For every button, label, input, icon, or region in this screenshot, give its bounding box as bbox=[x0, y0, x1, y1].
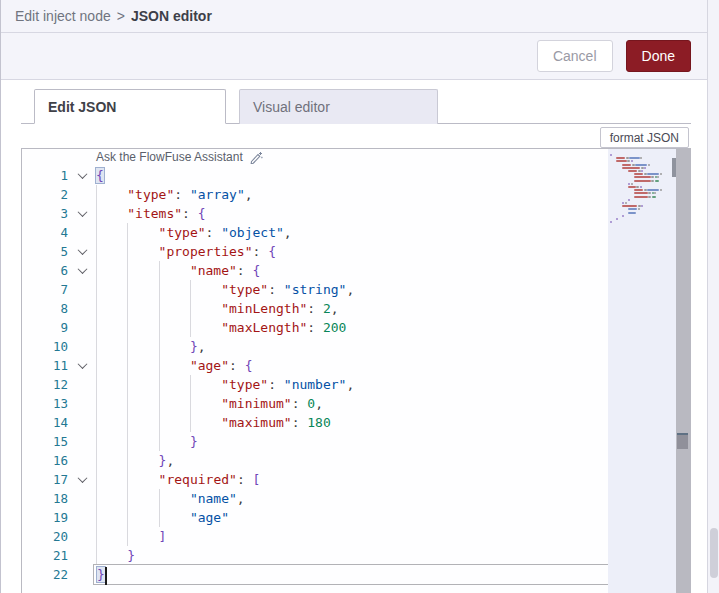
code-line[interactable]: 19"age" bbox=[22, 508, 690, 527]
code-line[interactable]: 6"name": { bbox=[22, 261, 690, 280]
line-content: "age": { bbox=[93, 356, 690, 375]
fold-toggle[interactable] bbox=[72, 204, 93, 223]
code-line[interactable]: 18"name", bbox=[22, 489, 690, 508]
code-editor[interactable]: Ask the FlowFuse Assistant 1{2"type": "a… bbox=[21, 148, 691, 593]
minimap[interactable] bbox=[608, 149, 676, 593]
fold-toggle[interactable] bbox=[72, 242, 93, 261]
line-content: } bbox=[93, 432, 690, 451]
code-line[interactable]: 21} bbox=[22, 546, 690, 565]
minimap-mark bbox=[610, 154, 612, 156]
minimap-mark bbox=[638, 208, 640, 210]
line-number: 1 bbox=[22, 166, 72, 185]
editor-vertical-scrollbar[interactable] bbox=[676, 149, 690, 593]
code-line[interactable]: 4"type": "object", bbox=[22, 223, 690, 242]
code-line[interactable]: 10}, bbox=[22, 337, 690, 356]
chevron-down-icon bbox=[78, 245, 88, 255]
line-number: 14 bbox=[22, 413, 72, 432]
fold-toggle[interactable] bbox=[72, 261, 93, 280]
format-json-button[interactable]: format JSON bbox=[600, 127, 689, 148]
breadcrumb-separator: > bbox=[117, 8, 125, 24]
cancel-button[interactable]: Cancel bbox=[537, 40, 613, 72]
fold-spacer bbox=[72, 394, 93, 413]
line-number: 13 bbox=[22, 394, 72, 413]
breadcrumb-parent-link[interactable]: Edit inject node bbox=[15, 8, 111, 24]
line-content: } bbox=[93, 546, 690, 565]
done-button[interactable]: Done bbox=[626, 40, 691, 72]
line-number: 21 bbox=[22, 546, 72, 565]
tab-visual-editor[interactable]: Visual editor bbox=[239, 89, 438, 124]
line-content: "type": "array", bbox=[93, 185, 690, 204]
json-editor-dialog: Edit inject node > JSON editor Cancel Do… bbox=[0, 0, 719, 593]
code-line[interactable]: 17"required": [ bbox=[22, 470, 690, 489]
chevron-down-icon bbox=[78, 207, 88, 217]
minimap-mark bbox=[616, 218, 618, 220]
minimap-mark bbox=[631, 160, 633, 162]
minimap-mark bbox=[648, 164, 650, 166]
assistant-hint-row[interactable]: Ask the FlowFuse Assistant bbox=[22, 149, 690, 166]
code-line[interactable]: 7"type": "string", bbox=[22, 280, 690, 299]
line-content: ] bbox=[93, 527, 690, 546]
code-line[interactable]: 22} bbox=[22, 565, 690, 584]
code-line[interactable]: 8"minLength": 2, bbox=[22, 299, 690, 318]
minimap-mark bbox=[641, 167, 644, 169]
fold-spacer bbox=[72, 280, 93, 299]
breadcrumb: Edit inject node > JSON editor bbox=[1, 0, 719, 33]
line-number: 3 bbox=[22, 204, 72, 223]
line-number: 2 bbox=[22, 185, 72, 204]
code-line[interactable]: 16}, bbox=[22, 451, 690, 470]
minimap-mark bbox=[610, 221, 612, 223]
line-number: 20 bbox=[22, 527, 72, 546]
chevron-down-icon bbox=[78, 264, 88, 274]
fold-spacer bbox=[72, 375, 93, 394]
page-scrollbar[interactable] bbox=[707, 0, 719, 593]
line-number: 9 bbox=[22, 318, 72, 337]
minimap-mark bbox=[647, 173, 659, 175]
tab-edit-json[interactable]: Edit JSON bbox=[34, 89, 226, 124]
code-line[interactable]: 9"maxLength": 200 bbox=[22, 318, 690, 337]
code-line[interactable]: 20] bbox=[22, 527, 690, 546]
minimap-mark bbox=[652, 196, 657, 198]
minimap-mark bbox=[641, 205, 643, 207]
code-line[interactable]: 12"type": "number", bbox=[22, 375, 690, 394]
line-number: 16 bbox=[22, 451, 72, 470]
chevron-down-icon bbox=[78, 169, 88, 179]
code-line[interactable]: 1{ bbox=[22, 166, 690, 185]
code-line[interactable]: 15} bbox=[22, 432, 690, 451]
minimap-mark bbox=[660, 173, 662, 175]
minimap-mark bbox=[634, 176, 651, 178]
code-line[interactable]: 3"items": { bbox=[22, 204, 690, 223]
tab-bar: Edit JSON Visual editor bbox=[21, 89, 691, 124]
code-line[interactable]: 11"age": { bbox=[22, 356, 690, 375]
code-line[interactable]: 2"type": "array", bbox=[22, 185, 690, 204]
minimap-mark bbox=[628, 199, 630, 201]
minimap-mark bbox=[622, 215, 624, 217]
line-content: "minimum": 0, bbox=[93, 394, 690, 413]
code-line[interactable]: 14"maximum": 180 bbox=[22, 413, 690, 432]
fold-spacer bbox=[72, 451, 93, 470]
minimap-mark bbox=[622, 205, 637, 207]
code-line[interactable]: 5"properties": { bbox=[22, 242, 690, 261]
line-number: 19 bbox=[22, 508, 72, 527]
line-content: "age" bbox=[93, 508, 690, 527]
page-scrollbar-thumb[interactable] bbox=[710, 528, 718, 578]
fold-spacer bbox=[72, 565, 93, 584]
fold-toggle[interactable] bbox=[72, 470, 93, 489]
minimap-mark bbox=[616, 157, 625, 159]
minimap-mark bbox=[636, 186, 639, 188]
code-line[interactable]: 13"minimum": 0, bbox=[22, 394, 690, 413]
line-number: 4 bbox=[22, 223, 72, 242]
line-content: "required": [ bbox=[93, 470, 690, 489]
minimap-mark bbox=[616, 160, 627, 162]
minimap-mark bbox=[632, 164, 635, 166]
editor-scrollbar-thumb[interactable] bbox=[677, 433, 688, 449]
fold-spacer bbox=[72, 546, 93, 565]
minimap-mark bbox=[634, 189, 643, 191]
fold-toggle[interactable] bbox=[72, 166, 93, 185]
fold-spacer bbox=[72, 489, 93, 508]
line-content: "name", bbox=[93, 489, 690, 508]
fold-spacer bbox=[72, 299, 93, 318]
line-content: { bbox=[93, 166, 690, 185]
minimap-mark bbox=[657, 176, 659, 178]
tab-visual-editor-label: Visual editor bbox=[253, 99, 330, 115]
fold-toggle[interactable] bbox=[72, 356, 93, 375]
